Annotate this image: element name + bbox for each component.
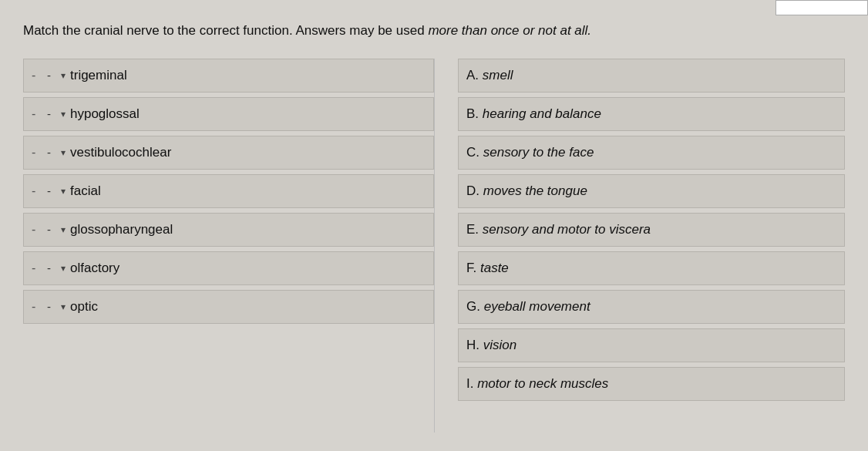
answer-letter: G. <box>466 299 480 314</box>
answer-label-F: F. taste <box>466 261 509 276</box>
answer-label-E: E. sensory and motor to viscera <box>466 222 651 237</box>
dash-separator: - <box>32 261 39 275</box>
dropdown-vestibulocochlear[interactable]: -ABCDEFGHI <box>44 144 59 160</box>
answer-label-G: G. eyeball movement <box>466 299 590 315</box>
answer-item-H: H. vision <box>458 328 845 362</box>
nerve-label-vestibulocochlear: vestibulocochlear <box>70 145 171 160</box>
dropdown-wrapper: -ABCDEFGHI▾ <box>44 106 66 122</box>
match-item: --ABCDEFGHI▾vestibulocochlear <box>23 136 434 170</box>
nerve-label-glossopharyngeal: glossopharyngeal <box>70 222 173 237</box>
answer-letter: E. <box>466 222 479 237</box>
answer-label-B: B. hearing and balance <box>466 106 601 122</box>
match-item: --ABCDEFGHI▾hypoglossal <box>23 97 434 131</box>
chevron-down-icon: ▾ <box>61 147 66 158</box>
right-column: A. smellB. hearing and balanceC. sensory… <box>434 59 845 432</box>
page-container: Match the cranial nerve to the correct f… <box>0 0 868 451</box>
nerve-label-trigeminal: trigeminal <box>70 68 127 83</box>
answer-item-C: C. sensory to the face <box>458 136 845 170</box>
nerve-label-olfactory: olfactory <box>70 261 119 276</box>
answer-item-D: D. moves the tongue <box>458 174 845 208</box>
top-bar <box>775 0 868 15</box>
dropdown-wrapper: -ABCDEFGHI▾ <box>44 221 66 237</box>
chevron-down-icon: ▾ <box>61 263 66 274</box>
dash-separator: - <box>32 146 39 160</box>
match-item: --ABCDEFGHI▾optic <box>23 290 434 324</box>
left-column: --ABCDEFGHI▾trigeminal--ABCDEFGHI▾hypogl… <box>23 59 434 432</box>
answer-item-B: B. hearing and balance <box>458 97 845 131</box>
dash-separator: - <box>32 107 39 121</box>
dropdown-wrapper: -ABCDEFGHI▾ <box>44 144 66 160</box>
chevron-down-icon: ▾ <box>61 70 66 81</box>
answer-label-I: I. motor to neck muscles <box>466 376 608 392</box>
dash-separator: - <box>32 69 39 82</box>
dropdown-facial[interactable]: -ABCDEFGHI <box>44 183 59 199</box>
answer-item-A: A. smell <box>458 59 845 93</box>
answer-item-I: I. motor to neck muscles <box>458 367 845 401</box>
dropdown-wrapper: -ABCDEFGHI▾ <box>44 67 66 83</box>
nerve-label-optic: optic <box>70 299 98 315</box>
match-item: --ABCDEFGHI▾trigeminal <box>23 59 434 93</box>
answer-letter: F. <box>466 261 476 275</box>
answer-label-A: A. smell <box>466 68 513 83</box>
chevron-down-icon: ▾ <box>61 109 66 119</box>
chevron-down-icon: ▾ <box>61 301 66 312</box>
main-content: --ABCDEFGHI▾trigeminal--ABCDEFGHI▾hypogl… <box>23 59 845 432</box>
dropdown-glossopharyngeal[interactable]: -ABCDEFGHI <box>44 221 59 237</box>
answer-letter: B. <box>466 106 479 121</box>
match-item: --ABCDEFGHI▾olfactory <box>23 251 434 285</box>
answer-item-F: F. taste <box>458 251 845 285</box>
dropdown-optic[interactable]: -ABCDEFGHI <box>44 298 59 315</box>
dropdown-trigeminal[interactable]: -ABCDEFGHI <box>44 67 59 83</box>
match-item: --ABCDEFGHI▾glossopharyngeal <box>23 213 434 247</box>
dropdown-wrapper: -ABCDEFGHI▾ <box>44 183 66 199</box>
dash-separator: - <box>32 184 39 198</box>
answer-item-E: E. sensory and motor to viscera <box>458 213 845 247</box>
answer-letter: I. <box>466 376 473 391</box>
answer-letter: A. <box>466 68 479 82</box>
answer-letter: C. <box>466 145 479 160</box>
answer-label-C: C. sensory to the face <box>466 145 594 160</box>
nerve-label-hypoglossal: hypoglossal <box>70 106 140 122</box>
chevron-down-icon: ▾ <box>61 224 66 235</box>
answer-letter: H. <box>466 338 479 352</box>
answer-item-G: G. eyeball movement <box>458 290 845 324</box>
dropdown-wrapper: -ABCDEFGHI▾ <box>44 298 66 315</box>
dropdown-wrapper: -ABCDEFGHI▾ <box>44 260 66 276</box>
answer-label-D: D. moves the tongue <box>466 183 587 199</box>
answer-label-H: H. vision <box>466 338 516 353</box>
dropdown-hypoglossal[interactable]: -ABCDEFGHI <box>44 106 59 122</box>
dash-separator: - <box>32 223 39 237</box>
answer-letter: D. <box>466 183 479 198</box>
dash-separator: - <box>32 300 39 314</box>
match-item: --ABCDEFGHI▾facial <box>23 174 434 208</box>
dropdown-olfactory[interactable]: -ABCDEFGHI <box>44 260 59 276</box>
instructions: Match the cranial nerve to the correct f… <box>23 22 845 40</box>
chevron-down-icon: ▾ <box>61 186 66 197</box>
nerve-label-facial: facial <box>70 183 101 199</box>
